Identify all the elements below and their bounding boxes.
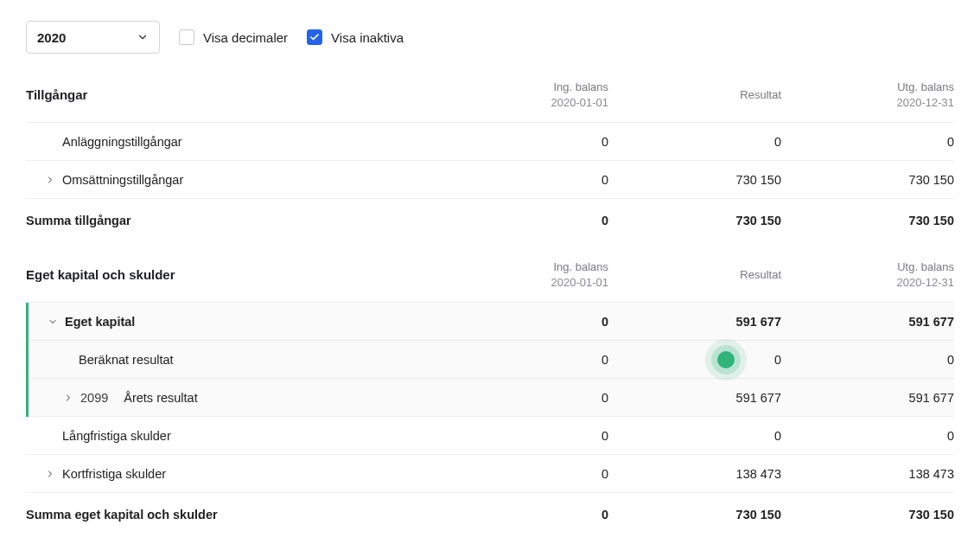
- cell-opening: 0: [461, 135, 608, 149]
- row-beraknat-resultat[interactable]: Beräknat resultat 0 0 0: [29, 341, 954, 379]
- section-assets-head: Tillgångar Ing. balans 2020-01-01 Result…: [26, 80, 954, 123]
- cell-closing: 591 677: [781, 391, 954, 405]
- row-assets-total: Summa tillgångar 0 730 150 730 150: [26, 199, 954, 237]
- chevron-right-icon: [60, 393, 77, 403]
- chevron-right-icon: [41, 175, 59, 185]
- row-label: Summa eget kapital och skulder: [26, 498, 461, 531]
- checkbox-decimals[interactable]: Visa decimaler: [179, 29, 288, 45]
- cell-result: 730 150: [608, 508, 781, 522]
- section-equity: Eget kapital och skulder Ing. balans 202…: [26, 259, 954, 531]
- row-label: Kortfristiga skulder: [26, 455, 461, 492]
- cell-opening: 0: [461, 391, 608, 405]
- cell-opening: 0: [461, 353, 608, 367]
- section-assets-title: Tillgångar: [26, 87, 461, 102]
- row-label: Omsättningstillgångar: [26, 161, 461, 198]
- cell-closing: 0: [781, 353, 954, 367]
- cell-result: 591 677: [608, 315, 781, 329]
- chevron-right-icon: [41, 469, 59, 479]
- cell-opening: 0: [461, 429, 608, 443]
- row-label: Anläggningstillgångar: [26, 123, 461, 160]
- account-code: 2099: [80, 391, 108, 405]
- focus-indicator: [705, 339, 747, 381]
- cell-result: 591 677: [608, 391, 781, 405]
- cell-result: 730 150: [608, 214, 781, 227]
- cell-opening: 0: [461, 508, 608, 522]
- cell-result: 0: [608, 135, 781, 149]
- checkbox-inactive-box: [307, 29, 322, 45]
- col-header-result: Resultat: [608, 87, 781, 103]
- row-short-term[interactable]: Kortfristiga skulder 0 138 473 138 473: [26, 455, 954, 493]
- cell-result: 0: [608, 429, 781, 443]
- col-header-opening: Ing. balans 2020-01-01: [461, 259, 608, 290]
- checkbox-inactive[interactable]: Visa inaktiva: [307, 29, 404, 45]
- section-assets: Tillgångar Ing. balans 2020-01-01 Result…: [26, 80, 954, 237]
- check-icon: [309, 32, 320, 42]
- cell-result: 138 473: [608, 467, 781, 481]
- section-equity-head: Eget kapital och skulder Ing. balans 202…: [26, 259, 954, 303]
- section-equity-title: Eget kapital och skulder: [26, 267, 461, 282]
- chevron-down-icon: [137, 31, 149, 43]
- row-eget-kapital[interactable]: Eget kapital 0 591 677 591 677: [29, 303, 954, 341]
- year-select-value: 2020: [37, 30, 66, 45]
- checkbox-inactive-label: Visa inaktiva: [331, 30, 404, 45]
- row-long-term[interactable]: Långfristiga skulder 0 0 0: [26, 417, 954, 455]
- checkbox-decimals-box: [179, 29, 194, 45]
- row-fixed-assets[interactable]: Anläggningstillgångar 0 0 0: [26, 123, 954, 161]
- row-current-assets[interactable]: Omsättningstillgångar 0 730 150 730 150: [26, 161, 954, 199]
- row-label: Långfristiga skulder: [26, 417, 461, 454]
- cell-closing: 730 150: [781, 173, 954, 187]
- row-label: Summa tillgångar: [26, 204, 461, 237]
- balance-report: 2020 Visa decimaler Visa inaktiva Tillgå…: [0, 0, 980, 544]
- cell-opening: 0: [461, 214, 608, 227]
- row-arets-resultat[interactable]: 2099 Årets resultat 0 591 677 591 677: [29, 379, 954, 417]
- cell-closing: 730 150: [781, 508, 954, 522]
- col-header-result: Resultat: [608, 267, 781, 283]
- cell-opening: 0: [461, 315, 608, 329]
- cell-opening: 0: [461, 173, 608, 187]
- cell-closing: 0: [781, 429, 954, 443]
- cell-opening: 0: [461, 467, 608, 481]
- col-header-opening: Ing. balans 2020-01-01: [461, 80, 608, 110]
- cell-closing: 591 677: [781, 315, 954, 329]
- group-eget-kapital: Eget kapital 0 591 677 591 677 Beräknat …: [26, 303, 954, 417]
- cell-result: 730 150: [608, 173, 781, 187]
- year-select[interactable]: 2020: [26, 21, 160, 54]
- row-equity-total: Summa eget kapital och skulder 0 730 150…: [26, 493, 954, 531]
- cell-result: 0: [608, 353, 781, 367]
- col-header-closing: Utg. balans 2020-12-31: [781, 80, 954, 110]
- toolbar: 2020 Visa decimaler Visa inaktiva: [26, 21, 954, 54]
- row-label: Eget kapital: [29, 303, 461, 340]
- row-label: Beräknat resultat: [29, 341, 461, 378]
- checkbox-decimals-label: Visa decimaler: [203, 30, 288, 45]
- col-header-closing: Utg. balans 2020-12-31: [781, 259, 954, 290]
- chevron-down-icon: [44, 317, 61, 327]
- cell-closing: 0: [781, 135, 954, 149]
- cell-closing: 138 473: [781, 467, 954, 481]
- cell-closing: 730 150: [781, 214, 954, 227]
- row-label: 2099 Årets resultat: [29, 379, 461, 416]
